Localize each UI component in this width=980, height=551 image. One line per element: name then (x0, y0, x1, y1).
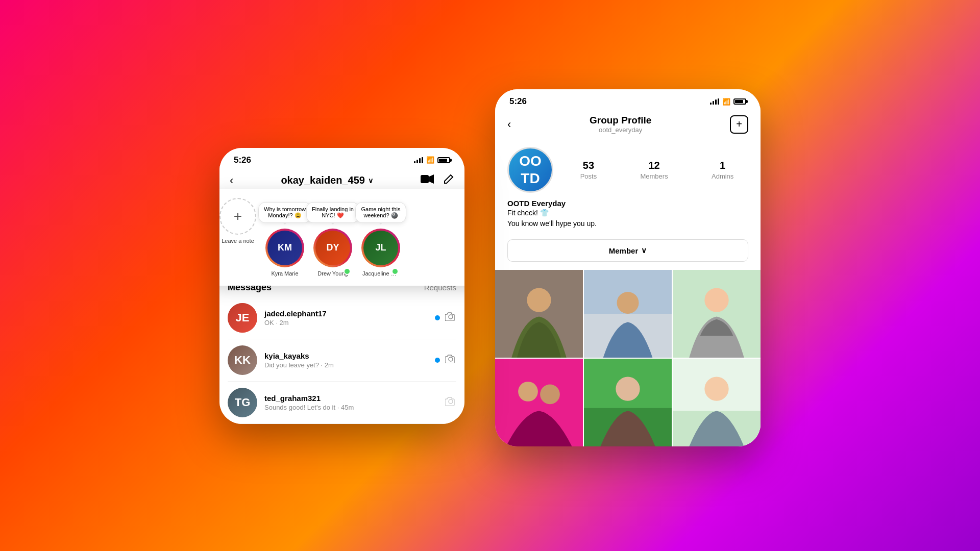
story-ring-jacqueline: JL (361, 229, 400, 267)
message-actions-kyia (435, 354, 456, 366)
online-indicator-jacqueline (391, 268, 399, 275)
message-username-jaded: jaded.elephant17 (264, 309, 428, 318)
profile-title: Group Profile (590, 115, 651, 126)
member-button-label: Member (609, 246, 639, 255)
message-item-kyia-kayaks[interactable]: KK kyia_kayaks Did you leave yet? · 2m (228, 339, 456, 382)
messages-section: Messages Requests JE jaded.elephant17 OK… (219, 276, 464, 424)
stat-posts: 53 Posts (580, 160, 597, 181)
svg-point-9 (617, 292, 639, 314)
plus-icon: + (736, 118, 742, 130)
story-item-kyra-marie[interactable]: Why is tomorrowMonday!? 😩 KM Kyra Marie (265, 229, 304, 277)
message-content-kyia: kyia_kayaks Did you leave yet? · 2m (264, 352, 428, 369)
group-bio-line1: Fit check! 👕 (507, 208, 748, 218)
message-actions-jaded (435, 312, 456, 323)
stories-row: + Leave a note Why is tomorrowMonday!? 😩… (219, 198, 464, 277)
stat-members: 12 Members (640, 160, 668, 181)
profile-subtitle: ootd_everyday (590, 126, 651, 134)
chevron-down-icon: ∨ (368, 177, 373, 185)
message-username-kyia: kyia_kayaks (264, 352, 428, 360)
phone-group-profile: 5:26 📶 ‹ Group Profile ootd_everyday (495, 89, 761, 446)
photo-cell-1[interactable] (495, 270, 583, 358)
status-bar-messages: 5:26 📶 (219, 148, 464, 169)
svg-point-2 (449, 315, 453, 319)
avatar-ted: TG (228, 388, 257, 417)
profile-title-wrap: Group Profile ootd_everyday (590, 115, 651, 134)
stat-members-number: 12 (640, 160, 668, 171)
story-note-kyra: Why is tomorrowMonday!? 😩 (258, 202, 311, 223)
photo-cell-6[interactable] (673, 359, 761, 446)
edit-icon[interactable] (443, 173, 454, 188)
back-button[interactable]: ‹ (230, 174, 233, 187)
profile-back-button[interactable]: ‹ (507, 118, 511, 131)
photo-cell-5[interactable] (584, 359, 672, 446)
screen-container: 5:26 📶 ‹ okay_kaiden_459 ∨ (0, 0, 980, 551)
camera-icon-ted[interactable] (445, 396, 456, 408)
stat-admins: 1 Admins (712, 160, 733, 181)
member-button[interactable]: Member ∨ (507, 239, 748, 262)
message-username-ted: ted_graham321 (264, 394, 438, 403)
message-preview-ted: Sounds good! Let's do it · 45m (264, 404, 438, 411)
profile-info-row: OO TD 53 Posts 12 Members 1 Admins (495, 139, 761, 199)
profile-bio: OOTD Everyday Fit check! 👕 You know we'l… (495, 199, 761, 235)
svg-point-11 (704, 288, 728, 312)
story-ring-kyra: KM (265, 229, 304, 267)
messages-header-title[interactable]: okay_kaiden_459 ∨ (281, 174, 373, 186)
photo-grid (495, 270, 761, 446)
svg-point-13 (518, 382, 538, 402)
messages-header-icons (421, 173, 454, 188)
message-item-ted-graham[interactable]: TG ted_graham321 Sounds good! Let's do i… (228, 382, 456, 424)
battery-icon-profile (733, 98, 746, 105)
online-indicator-drew (344, 268, 351, 275)
signal-icon-profile (710, 98, 719, 105)
svg-marker-1 (429, 174, 434, 184)
camera-icon-jaded[interactable] (445, 312, 456, 323)
group-profile-header: ‹ Group Profile ootd_everyday + (495, 111, 761, 139)
wifi-icon: 📶 (426, 156, 434, 164)
group-bio-name: OOTD Everyday (507, 199, 748, 208)
stat-members-label: Members (640, 172, 668, 180)
message-item-jaded-elephant[interactable]: JE jaded.elephant17 OK · 2m (228, 297, 456, 339)
svg-rect-0 (421, 175, 429, 183)
video-call-icon[interactable] (421, 174, 434, 187)
story-item-jacqueline[interactable]: Game night thisweekend? 🎱 JL Jacqueline … (361, 229, 400, 277)
group-bio-line2: You know we'll hype you up. (507, 218, 748, 229)
photo-cell-4[interactable] (495, 359, 583, 446)
story-item-drew-young[interactable]: Finally landing inNYC! ❤️ DY Drew Young (313, 229, 352, 277)
story-note-drew: Finally landing inNYC! ❤️ (306, 202, 359, 223)
profile-stats: 53 Posts 12 Members 1 Admins (566, 160, 748, 181)
camera-icon-kyia[interactable] (445, 354, 456, 366)
status-icons-profile: 📶 (710, 98, 746, 106)
status-bar-profile: 5:26 📶 (495, 89, 761, 111)
message-preview-kyia: Did you leave yet? · 2m (264, 361, 428, 369)
notes-card: + Leave a note Why is tomorrowMonday!? 😩… (219, 189, 464, 286)
stat-admins-label: Admins (712, 172, 733, 180)
story-item-add-note[interactable]: + Leave a note (219, 198, 256, 244)
stat-posts-number: 53 (580, 160, 597, 171)
status-icons-messages: 📶 (414, 156, 450, 164)
message-preview-jaded: OK · 2m (264, 319, 428, 327)
signal-icon (414, 157, 423, 163)
avatar-kyia: KK (228, 345, 257, 375)
stat-admins-number: 1 (712, 160, 733, 171)
story-name-add-note: Leave a note (222, 238, 254, 244)
message-actions-ted (445, 396, 456, 408)
stat-posts-label: Posts (580, 172, 597, 180)
photo-cell-3[interactable] (673, 270, 761, 358)
story-name-kyra: Kyra Marie (271, 270, 298, 277)
svg-point-17 (616, 377, 640, 400)
story-note-jacqueline: Game night thisweekend? 🎱 (355, 202, 406, 223)
battery-icon (437, 157, 450, 163)
svg-point-6 (527, 288, 551, 312)
photo-cell-2[interactable] (584, 270, 672, 358)
add-note-button[interactable]: + (219, 198, 256, 235)
unread-indicator-jaded (435, 315, 440, 320)
svg-point-4 (449, 399, 453, 404)
status-time-profile: 5:26 (509, 96, 527, 107)
chat-username: okay_kaiden_459 (281, 174, 365, 186)
svg-point-3 (449, 357, 453, 361)
phone-messages: 5:26 📶 ‹ okay_kaiden_459 ∨ (219, 148, 464, 424)
add-to-group-button[interactable]: + (730, 115, 748, 134)
avatar-jaded-elephant: JE (228, 303, 257, 333)
message-content-jaded: jaded.elephant17 OK · 2m (264, 309, 428, 327)
unread-indicator-kyia (435, 358, 440, 363)
